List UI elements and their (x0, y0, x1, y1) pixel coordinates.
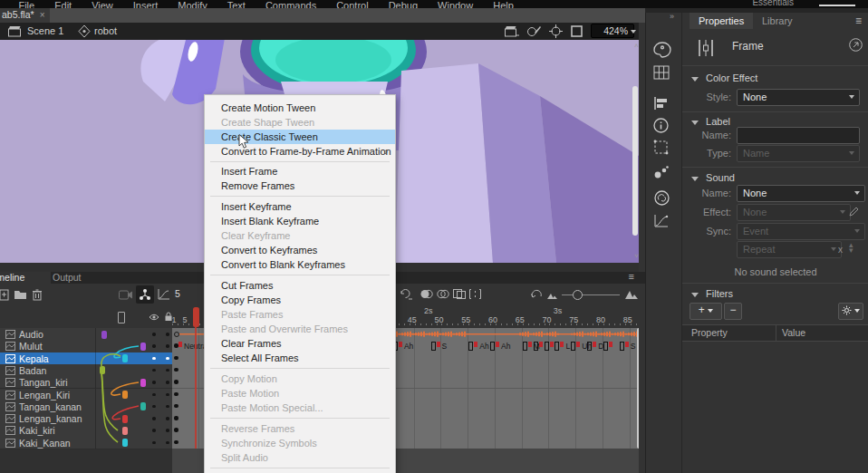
document-tab[interactable]: ab5.fla*× (0, 8, 50, 24)
zoom-chevron-icon[interactable] (631, 30, 636, 34)
menu-item-convert-to-blank-keyframes[interactable]: Convert to Blank Keyframes (205, 257, 395, 272)
visibility-dot[interactable] (152, 393, 156, 397)
sound-name-dropdown[interactable]: None (737, 185, 865, 202)
edit-scene-icon[interactable] (505, 25, 519, 37)
menu-modify[interactable]: Modify (178, 0, 207, 8)
loop-playback-icon[interactable] (399, 288, 412, 300)
timeline-panel-menu-icon[interactable]: ≡ (629, 271, 634, 282)
style-dropdown[interactable]: None (737, 89, 860, 106)
tab-output[interactable]: Output (43, 272, 91, 284)
graph-editor-icon[interactable] (157, 288, 170, 301)
section-filters[interactable]: Filters (691, 288, 868, 299)
section-label[interactable]: Label (691, 116, 868, 127)
lock-dot[interactable] (166, 441, 169, 445)
align-panel-icon[interactable] (653, 96, 675, 116)
menu-view[interactable]: View (92, 0, 113, 8)
menu-item-convert-to-keyframes[interactable]: Convert to Keyframes (205, 243, 395, 257)
menu-item-copy-frames[interactable]: Copy Frames (205, 293, 395, 307)
brush-library-panel-icon[interactable] (653, 165, 675, 185)
menu-edit[interactable]: Edit (54, 0, 72, 8)
menu-item-paste-motion-special[interactable]: Paste Motion Special... (205, 401, 395, 415)
visibility-dot[interactable] (152, 429, 156, 432)
color-panel-icon[interactable] (653, 42, 675, 62)
edit-symbols-icon[interactable] (526, 24, 542, 38)
remove-filter-button[interactable]: − (724, 303, 742, 320)
visibility-dot[interactable] (152, 333, 156, 336)
lock-dot[interactable] (166, 357, 169, 361)
tab-properties[interactable]: Properties (690, 13, 753, 29)
playhead[interactable] (193, 307, 199, 327)
menu-item-cut-frames[interactable]: Cut Frames (205, 278, 395, 293)
menu-item-paste-frames[interactable]: Paste Frames (205, 307, 395, 322)
menu-item-clear-frames[interactable]: Clear Frames (205, 336, 395, 351)
layer-row-kepala[interactable]: Kepala (0, 352, 172, 365)
swatches-panel-icon[interactable] (653, 65, 675, 85)
lock-dot[interactable] (166, 393, 169, 397)
motion-presets-panel-icon[interactable] (653, 214, 675, 234)
timeline-vertical-scrollbar[interactable] (637, 328, 639, 449)
visibility-dot[interactable] (152, 441, 156, 445)
menu-file[interactable]: File (18, 0, 34, 8)
cc-libraries-panel-icon[interactable] (653, 190, 675, 210)
visibility-dot[interactable] (152, 405, 156, 409)
scene-breadcrumb[interactable]: Scene 1 (27, 25, 63, 36)
stage-zoom-value[interactable]: 424% (591, 24, 634, 38)
visibility-dot[interactable] (152, 357, 156, 361)
menu-item-paste-motion[interactable]: Paste Motion (205, 386, 395, 401)
lock-dot[interactable] (166, 429, 169, 432)
symbol-breadcrumb[interactable]: robot (94, 25, 117, 36)
workspace-switcher[interactable]: Essentials (752, 0, 794, 7)
menu-debug[interactable]: Debug (389, 0, 418, 8)
stage-vertical-scrollbar[interactable] (632, 86, 638, 236)
layer-row-mulut[interactable]: Mulut (0, 340, 172, 352)
menu-window[interactable]: Window (438, 0, 473, 8)
help-icon[interactable] (849, 38, 863, 52)
lock-dot[interactable] (166, 369, 169, 372)
reset-timeline-zoom-icon[interactable] (530, 288, 543, 300)
visibility-dot[interactable] (152, 417, 156, 420)
scroll-up-icon[interactable]: ˄ (634, 42, 639, 50)
menu-item-insert-frame[interactable]: Insert Frame (205, 164, 395, 179)
lock-dot[interactable] (166, 417, 169, 420)
lock-dot[interactable] (166, 333, 169, 336)
edit-multiple-frames-icon[interactable] (453, 289, 466, 299)
menu-item-synchronize-symbols[interactable]: Synchronize Symbols (205, 436, 395, 450)
properties-panel-menu-icon[interactable]: ≡ (855, 14, 862, 27)
close-icon[interactable]: × (40, 10, 45, 20)
outline-color-column-icon[interactable] (118, 312, 125, 323)
zoom-out-frames-icon[interactable] (547, 292, 557, 299)
show-hide-eye-icon[interactable] (149, 314, 159, 321)
transform-panel-icon[interactable] (653, 140, 675, 159)
layer-row-lengan_kanan[interactable]: Lengan_kanan (0, 412, 172, 425)
menu-item-create-motion-tween[interactable]: Create Motion Tween (205, 101, 395, 115)
layer-row-kaki_kiri[interactable]: Kaki_kiri (0, 424, 172, 437)
clip-content-icon[interactable] (571, 25, 583, 37)
onion-skin-outlines-icon[interactable] (437, 289, 449, 299)
menu-item-convert-to-frame-by-frame-animation[interactable]: Convert to Frame-by-Frame Animation› (205, 144, 395, 159)
scroll-down-icon[interactable]: ˅ (634, 252, 639, 260)
section-sound[interactable]: Sound (691, 172, 868, 183)
zoom-in-frames-icon[interactable] (625, 290, 638, 299)
visibility-dot[interactable] (152, 344, 156, 348)
camera-icon[interactable] (119, 290, 133, 300)
menu-item-create-classic-tween[interactable]: Create Classic Tween (205, 130, 395, 144)
menu-item-remove-frames[interactable]: Remove Frames (205, 179, 395, 193)
filter-options-button[interactable] (838, 303, 863, 320)
frame-size-slider-track[interactable] (562, 294, 620, 296)
menu-item-split-audio[interactable]: Split Audio (205, 450, 395, 465)
menu-insert[interactable]: Insert (133, 0, 159, 8)
menu-control[interactable]: Control (336, 0, 368, 8)
menu-item-insert-blank-keyframe[interactable]: Insert Blank Keyframe (205, 214, 395, 228)
menu-item-create-shape-tween[interactable]: Create Shape Tween (205, 115, 395, 130)
section-color-effect[interactable]: Color Effect (691, 72, 868, 83)
label-name-input[interactable] (737, 127, 860, 144)
layer-row-tangan_kanan[interactable]: Tangan_kanan (0, 401, 172, 413)
visibility-dot[interactable] (152, 381, 156, 384)
new-layer-icon[interactable] (0, 288, 9, 301)
onion-skin-icon[interactable] (420, 289, 433, 299)
menu-item-clear-keyframe[interactable]: Clear Keyframe (205, 228, 395, 243)
menu-item-paste-and-overwrite-frames[interactable]: Paste and Overwrite Frames (205, 322, 395, 336)
menu-text[interactable]: Text (227, 0, 246, 8)
edit-sound-pencil-icon[interactable] (848, 206, 860, 217)
new-folder-icon[interactable] (14, 289, 27, 300)
